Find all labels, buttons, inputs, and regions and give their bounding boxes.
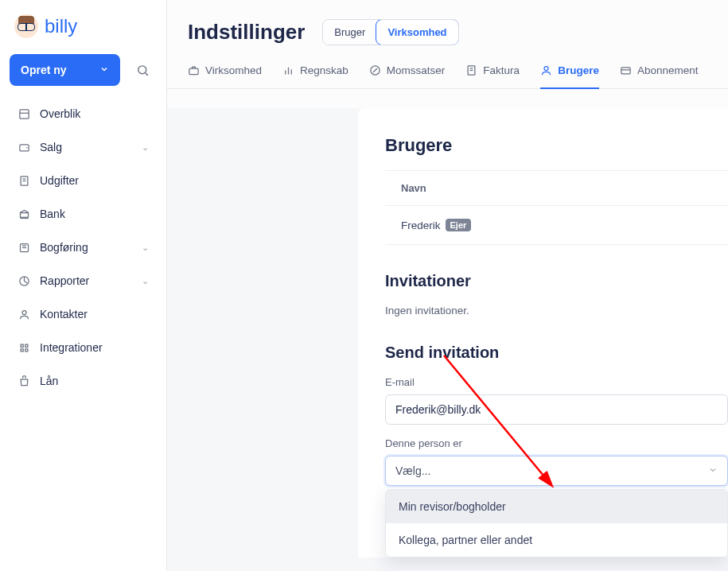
tab-faktura[interactable]: Faktura xyxy=(465,64,520,89)
role-option-accountant[interactable]: Min revisor/bogholder xyxy=(386,490,727,523)
wallet-icon xyxy=(18,142,30,153)
receipt-icon xyxy=(18,175,30,187)
svg-rect-15 xyxy=(189,68,198,75)
scope-segmented-control: Bruger Virksomhed xyxy=(322,19,458,45)
tab-label: Regnskab xyxy=(300,64,348,76)
logo-avatar-icon xyxy=(14,14,38,38)
tab-label: Brugere xyxy=(558,64,599,76)
search-button[interactable] xyxy=(128,56,157,84)
invoice-icon xyxy=(465,64,477,76)
create-new-button[interactable]: Opret ny xyxy=(10,54,120,86)
send-invitation-title: Send invitation xyxy=(385,344,728,362)
user-icon xyxy=(540,64,552,76)
sidebar-item-label: Rapporter xyxy=(40,274,132,287)
tab-label: Virksomhed xyxy=(205,64,262,76)
svg-rect-25 xyxy=(621,68,630,74)
sidebar-item-kontakter[interactable]: Kontakter xyxy=(10,299,157,329)
svg-point-14 xyxy=(22,310,26,314)
svg-rect-2 xyxy=(19,109,28,118)
sidebar-item-overblik[interactable]: Overblik xyxy=(10,99,157,129)
svg-point-0 xyxy=(138,65,146,73)
invitations-empty-text: Ingen invitationer. xyxy=(385,305,728,317)
segment-user[interactable]: Bruger xyxy=(323,20,376,45)
chart-icon xyxy=(18,275,30,287)
sidebar-item-integrationer[interactable]: Integrationer xyxy=(10,332,157,363)
chevron-down-icon: ⌄ xyxy=(142,276,149,286)
owner-badge: Ejer xyxy=(446,219,472,231)
email-input[interactable] xyxy=(385,394,728,425)
sidebar-item-laan[interactable]: Lån xyxy=(10,366,157,396)
logo-text: billy xyxy=(45,15,77,37)
role-select[interactable]: Vælg... xyxy=(385,456,728,486)
tab-virksomhed[interactable]: Virksomhed xyxy=(188,64,262,89)
page-title: Indstillinger xyxy=(188,20,305,45)
tab-label: Faktura xyxy=(483,64,520,76)
percent-icon xyxy=(369,64,381,76)
sidebar-item-bank[interactable]: Bank xyxy=(10,199,157,229)
table-row[interactable]: Frederik Ejer xyxy=(385,206,728,245)
email-label: E-mail xyxy=(385,376,728,388)
sidebar-item-label: Salg xyxy=(40,141,132,153)
sidebar-item-label: Udgifter xyxy=(40,174,149,187)
tab-label: Abonnement xyxy=(637,64,699,76)
chevron-down-icon: ⌄ xyxy=(142,243,149,253)
svg-point-24 xyxy=(544,67,548,71)
users-section-title: Brugere xyxy=(385,135,728,156)
sidebar-item-salg[interactable]: Salg ⌄ xyxy=(10,132,157,162)
bag-icon xyxy=(18,375,30,387)
chevron-down-icon xyxy=(708,464,718,477)
settings-tabs: Virksomhed Regnskab Momssatser Faktura xyxy=(167,45,728,89)
invitations-section-title: Invitationer xyxy=(385,272,728,290)
tab-regnskab[interactable]: Regnskab xyxy=(282,64,348,89)
role-label: Denne person er xyxy=(385,437,728,449)
role-dropdown: Min revisor/bogholder Kollega, partner e… xyxy=(385,489,728,557)
sidebar: billy Opret ny Overblik Salg xyxy=(0,0,167,571)
card-icon xyxy=(620,64,632,76)
svg-rect-8 xyxy=(20,212,28,217)
segment-company[interactable]: Virksomhed xyxy=(376,19,458,45)
sidebar-item-label: Kontakter xyxy=(40,308,149,320)
grid-icon xyxy=(18,108,30,120)
sidebar-item-label: Bank xyxy=(40,208,149,220)
sidebar-item-udgifter[interactable]: Udgifter xyxy=(10,165,157,196)
tab-momssatser[interactable]: Momssatser xyxy=(369,64,446,89)
users-table-header: Navn xyxy=(385,170,728,206)
bars-icon xyxy=(282,64,294,76)
tab-abonnement[interactable]: Abonnement xyxy=(620,64,699,89)
role-select-placeholder: Vælg... xyxy=(395,464,430,477)
puzzle-icon xyxy=(18,342,30,354)
sidebar-item-label: Integrationer xyxy=(40,341,149,354)
tab-brugere[interactable]: Brugere xyxy=(540,64,599,89)
book-icon xyxy=(18,242,30,254)
svg-rect-4 xyxy=(19,144,28,150)
chevron-down-icon: ⌄ xyxy=(142,142,149,153)
create-new-label: Opret ny xyxy=(21,64,67,76)
main-content: Indstillinger Bruger Virksomhed Virksomh… xyxy=(167,0,728,571)
user-name: Frederik xyxy=(401,219,441,231)
sidebar-item-label: Overblik xyxy=(40,107,149,120)
sidebar-item-bogforing[interactable]: Bogføring ⌄ xyxy=(10,232,157,262)
bank-icon xyxy=(18,208,30,220)
sidebar-item-label: Lån xyxy=(40,375,149,387)
user-icon xyxy=(18,309,30,320)
chevron-down-icon xyxy=(99,64,109,76)
sidebar-item-label: Bogføring xyxy=(40,241,132,254)
sidebar-item-rapporter[interactable]: Rapporter ⌄ xyxy=(10,266,157,296)
tab-label: Momssatser xyxy=(387,64,446,76)
logo[interactable]: billy xyxy=(10,14,157,51)
svg-line-1 xyxy=(145,72,147,75)
svg-line-20 xyxy=(373,68,377,72)
role-option-colleague[interactable]: Kollega, partner eller andet xyxy=(386,523,727,557)
briefcase-icon xyxy=(188,64,200,76)
